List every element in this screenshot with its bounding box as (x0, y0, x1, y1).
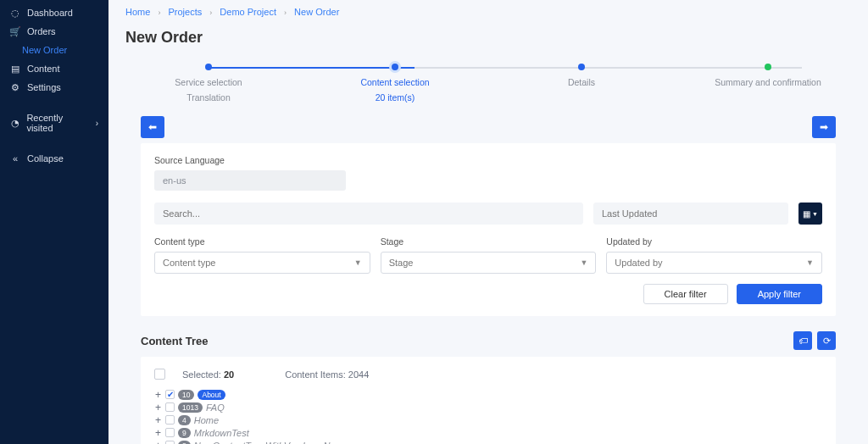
tree-node[interactable]: + 10 About (154, 388, 822, 401)
prev-step-button[interactable]: ⬅ (141, 116, 164, 138)
node-name: About (198, 390, 225, 400)
node-count-badge: 9 (178, 428, 191, 438)
source-language-value: en-us (154, 170, 346, 191)
breadcrumb-project[interactable]: Demo Project (220, 7, 276, 17)
selected-count: 20 (224, 369, 234, 380)
sidebar-label: New Order (22, 45, 67, 55)
breadcrumb-home[interactable]: Home (125, 7, 150, 17)
selected-label: Selected: (182, 369, 221, 380)
sidebar-item-new-order[interactable]: New Order (0, 41, 108, 59)
label-source-language: Source Language (154, 155, 822, 165)
sidebar-label: Orders (27, 26, 56, 36)
date-picker-button[interactable]: ▦ ▼ (798, 203, 822, 225)
chevron-right-icon: › (158, 8, 160, 17)
refresh-icon: ⟳ (823, 336, 831, 347)
node-checkbox[interactable] (165, 428, 175, 437)
tree-node[interactable]: + 4 Home (154, 413, 822, 426)
gauge-icon: ◌ (10, 8, 20, 18)
label-updated-by: Updated by (606, 236, 822, 247)
node-checkbox[interactable] (165, 390, 175, 399)
content-tree-card: Selected: 20 Content Items: 2044 + 10 Ab… (141, 357, 836, 444)
tree-node[interactable]: + 1013 FAQ (154, 401, 822, 413)
step-wizard: Service selection Translation Content se… (108, 58, 868, 103)
file-icon: ▤ (10, 64, 20, 74)
content-tree: + 10 About + 1013 FAQ + 4 Home (154, 388, 822, 444)
step-service-selection[interactable]: Service selection Translation (141, 64, 276, 103)
clear-filter-button[interactable]: Clear filter (643, 284, 728, 304)
page-title: New Order (108, 24, 868, 58)
caret-down-icon: ▼ (812, 211, 818, 217)
content-type-select[interactable]: Content type ▼ (154, 252, 370, 274)
expand-icon[interactable]: + (154, 402, 162, 413)
node-name: MrkdownTest (194, 428, 249, 438)
node-name: FAQ (206, 402, 225, 413)
expand-icon[interactable]: + (154, 428, 162, 438)
main-content: Home › Projects › Demo Project › New Ord… (108, 0, 868, 444)
caret-down-icon: ▼ (580, 258, 587, 267)
node-checkbox[interactable] (165, 415, 175, 425)
sidebar-label: Collapse (27, 153, 64, 164)
calendar-icon: ▦ (803, 209, 810, 219)
cart-icon: 🛒 (10, 26, 20, 36)
breadcrumb-current[interactable]: New Order (294, 7, 339, 17)
node-checkbox[interactable] (165, 402, 175, 412)
search-input[interactable] (154, 203, 583, 225)
sidebar-item-recent[interactable]: ◔ Recently visited › (0, 108, 108, 137)
node-checkbox[interactable] (165, 441, 175, 444)
tree-tag-button[interactable]: 🏷 (793, 331, 812, 350)
next-step-button[interactable]: ➡ (812, 116, 836, 138)
node-count-badge: 10 (178, 390, 194, 400)
label-stage: Stage (381, 236, 597, 247)
apply-filter-button[interactable]: Apply filter (737, 284, 822, 304)
caret-down-icon: ▼ (354, 258, 362, 267)
clock-icon: ◔ (10, 118, 19, 128)
chevron-right-icon: › (96, 119, 98, 128)
sidebar-collapse[interactable]: « Collapse (0, 149, 108, 168)
collapse-icon: « (10, 153, 20, 164)
breadcrumb: Home › Projects › Demo Project › New Ord… (108, 0, 868, 24)
sidebar-item-dashboard[interactable]: ◌ Dashboard (0, 3, 108, 22)
sidebar: ◌ Dashboard 🛒 Orders New Order ▤ Content… (0, 0, 108, 444)
tree-refresh-button[interactable]: ⟳ (817, 331, 836, 350)
label-content-type: Content type (154, 236, 370, 247)
stage-select[interactable]: Stage ▼ (381, 252, 597, 274)
step-content-selection[interactable]: Content selection 20 item(s) (327, 64, 463, 103)
sidebar-item-content[interactable]: ▤ Content (0, 59, 108, 78)
step-details[interactable]: Details (514, 64, 649, 103)
sidebar-item-settings[interactable]: ⚙ Settings (0, 78, 108, 97)
chevron-right-icon: › (284, 8, 287, 17)
expand-icon[interactable]: + (154, 390, 162, 400)
caret-down-icon: ▼ (806, 258, 814, 267)
select-all-checkbox[interactable] (154, 369, 165, 380)
tree-node[interactable]: + 8 NewContentTypeWithVeryLongName (154, 439, 822, 444)
sidebar-label: Settings (27, 82, 61, 92)
filter-card: Source Language en-us ▦ ▼ Content type (141, 143, 836, 316)
node-count-badge: 8 (178, 441, 191, 445)
tag-icon: 🏷 (798, 336, 808, 346)
step-summary[interactable]: Summary and confirmation (700, 64, 836, 103)
arrow-left-icon: ⬅ (148, 121, 157, 133)
gear-icon: ⚙ (10, 82, 20, 92)
sidebar-label: Recently visited (26, 113, 88, 133)
node-name: NewContentTypeWithVeryLongName (194, 441, 348, 445)
node-count-badge: 4 (178, 415, 191, 425)
sidebar-label: Content (27, 64, 60, 74)
arrow-right-icon: ➡ (820, 121, 828, 133)
expand-icon[interactable]: + (154, 441, 162, 445)
node-count-badge: 1013 (178, 402, 203, 413)
items-label: Content Items: (285, 369, 346, 380)
sidebar-label: Dashboard (27, 8, 73, 18)
tree-node[interactable]: + 9 MrkdownTest (154, 426, 822, 439)
sidebar-item-orders[interactable]: 🛒 Orders (0, 22, 108, 41)
items-count: 2044 (348, 369, 369, 380)
chevron-right-icon: › (209, 8, 212, 17)
expand-icon[interactable]: + (154, 415, 162, 425)
last-updated-input[interactable] (593, 203, 788, 225)
breadcrumb-projects[interactable]: Projects (168, 7, 202, 17)
content-tree-title: Content Tree (141, 335, 208, 347)
updated-by-select[interactable]: Updated by ▼ (606, 252, 822, 274)
node-name: Home (194, 415, 219, 425)
